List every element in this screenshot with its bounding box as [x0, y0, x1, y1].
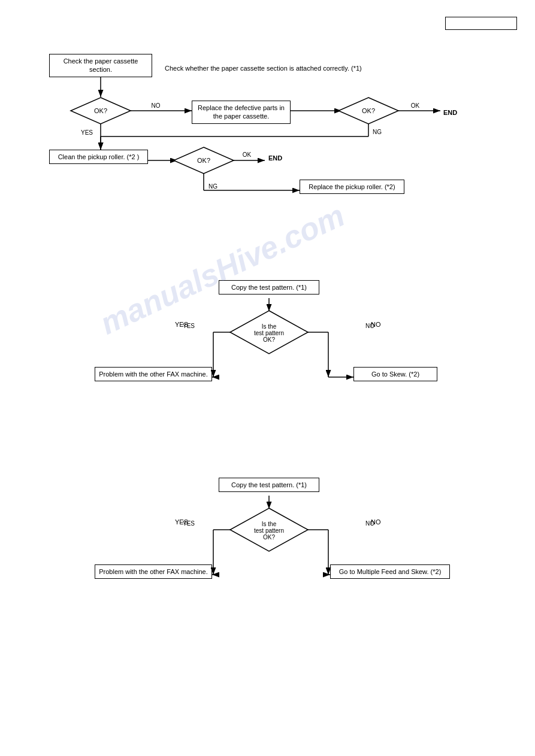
no-label-3: NO: [371, 518, 381, 526]
svg-text:YES: YES: [81, 129, 93, 136]
desc-cassette: Check whether the paper cassette section…: [165, 65, 362, 72]
svg-marker-39: [230, 508, 308, 551]
box-copy-pattern-2: Copy the test pattern. (*1): [219, 280, 319, 294]
svg-text:OK: OK: [243, 151, 252, 158]
svg-text:OK?: OK?: [197, 157, 210, 164]
svg-text:OK?: OK?: [362, 107, 375, 114]
svg-text:Is the: Is the: [262, 521, 277, 527]
box-go-multiple-skew-3: Go to Multiple Feed and Skew. (*2): [330, 564, 450, 579]
svg-text:NG: NG: [208, 183, 217, 190]
end-label-1: END: [443, 109, 457, 116]
svg-text:OK?: OK?: [263, 336, 275, 343]
end-label-2: END: [268, 154, 282, 162]
svg-text:test pattern: test pattern: [254, 330, 284, 336]
top-rectangle: [445, 17, 517, 30]
svg-text:Is the: Is the: [262, 323, 277, 330]
no-label-2: NO: [371, 321, 381, 328]
yes-label-3: YES: [175, 518, 188, 526]
box-problem-fax-3: Problem with the other FAX machine.: [95, 564, 212, 579]
box-copy-pattern-3: Copy the test pattern. (*1): [219, 478, 319, 492]
page: Check the paper cassette section. Check …: [0, 0, 535, 756]
svg-text:OK: OK: [411, 102, 420, 109]
svg-text:test pattern: test pattern: [254, 527, 284, 534]
box-go-skew-2: Go to Skew. (*2): [353, 367, 437, 381]
svg-text:OK?: OK?: [94, 107, 107, 114]
box-check-cassette: Check the paper cassette section.: [49, 54, 152, 77]
svg-marker-18: [174, 147, 234, 174]
watermark: manualsHive.com: [95, 197, 350, 341]
svg-text:NG: NG: [373, 129, 382, 135]
svg-marker-2: [71, 98, 131, 124]
box-problem-fax-2: Problem with the other FAX machine.: [95, 367, 212, 381]
box-replace-roller: Replace the pickup roller. (*2): [300, 180, 404, 194]
svg-marker-9: [338, 98, 398, 124]
box-replace-defective: Replace the defective parts in the paper…: [192, 101, 291, 124]
svg-marker-26: [230, 311, 308, 354]
box-clean-roller: Clean the pickup roller. (*2 ): [49, 150, 148, 164]
svg-text:NO: NO: [152, 102, 161, 109]
svg-text:OK?: OK?: [263, 534, 275, 541]
yes-label-2: YES: [175, 321, 188, 328]
